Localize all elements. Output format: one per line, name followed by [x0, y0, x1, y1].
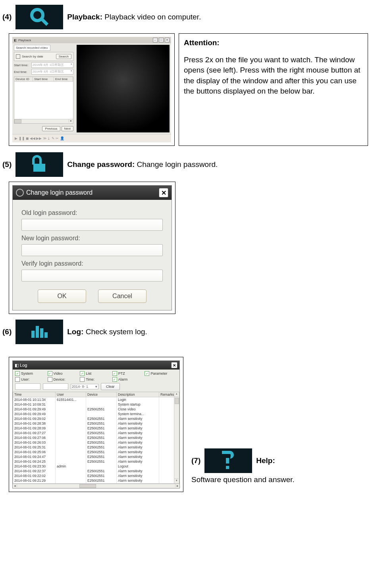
minimize-button[interactable]: – [153, 38, 158, 42]
question-icon [204, 448, 252, 473]
start-time-label: Start time: [14, 63, 30, 67]
user-label: User: [21, 377, 30, 381]
alarm-checkbox[interactable]: ✓ [112, 377, 117, 382]
section-4-header: (4) Playback: Playback video on computer… [2, 5, 368, 29]
col-user: User [56, 392, 86, 397]
section-5-number: (5) [2, 160, 12, 169]
video-label: Video [54, 372, 63, 375]
log-row[interactable]: 2014-08-01 09:25:06E25002551Alarm sensit… [13, 450, 179, 454]
list-label: List [86, 372, 91, 375]
video-panel[interactable] [77, 45, 170, 132]
cp-close-button[interactable]: ✕ [159, 188, 168, 197]
section-7-desc: Software question and answer. [191, 475, 295, 484]
section-7-header: (7) Help: [191, 448, 295, 473]
ok-button[interactable]: OK [38, 289, 86, 303]
col-description: Description [117, 392, 159, 397]
log-row[interactable]: 2014-08-01 09:24:25E25002551Alarm sensit… [13, 459, 179, 464]
time-checkbox[interactable]: ✓ [80, 377, 85, 382]
verify-password-label: Verify login password: [21, 260, 163, 267]
grid-h-scrollbar[interactable]: ▸ [14, 119, 73, 123]
playback-window-title: Playback [18, 38, 31, 42]
log-row[interactable]: 2014-08-01 09:22:02E25002551Alarm sensit… [13, 473, 179, 478]
section-6-header: (6) Log: Check system log. [2, 320, 368, 344]
lock-icon [15, 152, 63, 177]
section-6-title: Log: [67, 328, 83, 336]
end-time-field[interactable]: 2014年 8月 1日星期五 [31, 69, 73, 75]
user-checkbox[interactable]: ✓ [15, 377, 20, 382]
parameter-checkbox[interactable]: ✓ [145, 371, 149, 376]
col-end-time: End time [54, 77, 73, 81]
col-time: Time [13, 392, 56, 397]
results-grid[interactable]: Device ID Start time End time ▸ [14, 77, 73, 124]
search-tab[interactable]: Search recorded video [14, 45, 50, 51]
log-window-title: Log [20, 363, 27, 368]
section-6-desc: Check system log. [86, 328, 147, 336]
attention-heading: Attention: [184, 38, 363, 48]
gear-icon [16, 189, 24, 197]
log-app-icon: ◧ [15, 363, 19, 368]
log-row[interactable]: 2014-08-01 09:29:49System termina... [13, 412, 179, 416]
log-row[interactable]: 2014-08-01 09:28:09E25002551Alarm sensit… [13, 426, 179, 431]
section-6-number: (6) [2, 328, 12, 336]
date-filter-input[interactable]: 2014- 8- 1▾ [71, 384, 98, 389]
user-filter-input[interactable] [15, 383, 40, 390]
log-row[interactable]: 2014-08-01 09:22:37E25002551Alarm sensit… [13, 469, 179, 473]
new-password-input[interactable] [21, 244, 163, 256]
magnify-icon [15, 5, 63, 29]
list-checkbox[interactable]: ✓ [80, 371, 85, 376]
section-4-number: (4) [2, 13, 12, 21]
section-5-header: (5) Change password: Change login passwo… [2, 152, 368, 177]
clear-button[interactable]: Clear [101, 383, 120, 390]
time-label: Time: [86, 377, 94, 381]
log-table[interactable]: Time User Device Description Remarks 201… [13, 392, 179, 484]
log-row[interactable]: 2014-08-01 10:09:31System startup [13, 402, 179, 407]
cancel-button[interactable]: Cancel [98, 289, 146, 303]
log-row[interactable]: 2014-08-01 09:23:30adminLogout [13, 464, 179, 469]
old-password-input[interactable] [21, 219, 163, 231]
log-row[interactable]: 2014-08-01 09:29:02E25002551Alarm sensit… [13, 416, 179, 421]
log-row[interactable]: 2014-08-01 09:25:31E25002551Alarm sensit… [13, 445, 179, 450]
end-time-label: End time: [14, 70, 30, 74]
close-button[interactable]: ✕ [165, 38, 170, 42]
log-row[interactable]: 2014-08-01 09:26:03E25002551Alarm sensit… [13, 440, 179, 445]
maximize-button[interactable]: □ [159, 38, 164, 42]
log-row[interactable]: 2014-08-01 09:29:49E25002551Close video [13, 407, 179, 412]
log-row[interactable]: 2014-08-01 09:24:47E25002551Alarm sensit… [13, 454, 179, 459]
log-close-button[interactable]: ✕ [171, 362, 177, 368]
log-row[interactable]: 2014-08-01 09:21:29E25002551Alarm sensit… [13, 478, 179, 483]
change-password-screenshot: Change login password ✕ Old login passwo… [9, 182, 175, 314]
search-by-date-checkbox[interactable] [16, 54, 20, 59]
col-device-id: Device ID [14, 77, 33, 81]
log-row[interactable]: 2014-08-01 10:11:34615514401...Login [13, 397, 179, 402]
device-filter-input[interactable] [43, 383, 68, 390]
playback-controls[interactable]: ▶ ❚❚ ◼ ◀◀ ▶▶ ≫ ⤓ ✎ ✂ 👤 [15, 136, 64, 140]
log-row[interactable]: 2014-08-01 09:27:27E25002551Alarm sensit… [13, 431, 179, 435]
old-password-label: Old login password: [21, 209, 163, 216]
verify-password-input[interactable] [21, 270, 163, 282]
ptz-checkbox[interactable]: ✓ [112, 371, 117, 376]
new-password-label: New login password: [21, 235, 163, 242]
video-checkbox[interactable]: ✓ [48, 371, 52, 376]
prev-button[interactable]: Previous [42, 126, 60, 131]
cp-window-title: Change login password [26, 189, 93, 196]
search-button[interactable]: Search [56, 54, 71, 59]
next-button[interactable]: Next [62, 126, 73, 131]
system-checkbox[interactable]: ✓ [15, 371, 20, 376]
section-4-title: Playback: [67, 13, 102, 21]
log-icon [15, 320, 63, 344]
ptz-label: PTZ [118, 372, 125, 375]
log-row[interactable]: 2014-08-01 09:28:38E25002551Alarm sensit… [13, 421, 179, 426]
section-5-desc: Change login password. [137, 160, 218, 169]
section-4-desc: Playback video on computer. [104, 13, 201, 21]
log-h-scrollbar[interactable]: ◂▸ [13, 484, 179, 488]
start-time-field[interactable]: 2014年 8月 1日星期五 [31, 62, 73, 68]
playback-app-icon: ◧ [14, 38, 17, 42]
log-v-scrollbar[interactable]: ▴▾ [174, 392, 179, 483]
device-checkbox[interactable]: ✓ [48, 377, 52, 382]
search-by-date-label: Search by date [22, 55, 43, 58]
section-7-number: (7) [191, 456, 200, 465]
log-row[interactable]: 2014-08-01 09:27:06E25002551Alarm sensit… [13, 435, 179, 440]
device-label: Device: [54, 377, 66, 381]
attention-box: Attention: Press 2x on the file you want… [179, 33, 368, 146]
playback-screenshot: ◧ Playback – □ ✕ Search recorded video S… [9, 33, 175, 146]
